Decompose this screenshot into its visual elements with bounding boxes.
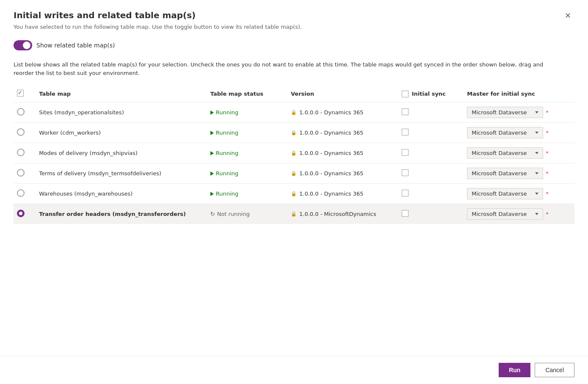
row-initial-sync-row4: [398, 163, 464, 184]
row-status-row2: Running: [207, 123, 287, 143]
initial-sync-checkbox-row1[interactable]: [402, 108, 409, 115]
row-master-row6: Microsoft Dataverse*: [464, 204, 574, 224]
running-icon: [210, 151, 214, 155]
row-master-row2: Microsoft Dataverse*: [464, 123, 574, 143]
row-master-row3: Microsoft Dataverse*: [464, 143, 574, 163]
initial-sync-header-checkbox[interactable]: [402, 91, 409, 97]
description-text: List below shows all the related table m…: [14, 61, 564, 77]
notrunning-icon: ↻: [210, 211, 215, 217]
row-version-row4: 🔒1.0.0.0 - Dynamics 365: [287, 163, 398, 184]
running-icon: [210, 111, 214, 115]
toggle-row: Show related table map(s): [14, 40, 574, 50]
running-icon: [210, 131, 214, 135]
row-status-row3: Running: [207, 143, 287, 163]
run-button[interactable]: Run: [499, 363, 530, 377]
row-radio-row1[interactable]: [17, 108, 25, 116]
chevron-down-icon: [535, 132, 538, 134]
master-dropdown-row5[interactable]: Microsoft Dataverse: [467, 188, 543, 199]
lock-icon: 🔒: [291, 150, 297, 156]
row-status-row1: Running: [207, 102, 287, 123]
master-dropdown-row6[interactable]: Microsoft Dataverse: [467, 208, 543, 220]
chevron-down-icon: [535, 172, 538, 174]
col-header-status: Table map status: [207, 86, 287, 102]
master-dropdown-row3[interactable]: Microsoft Dataverse: [467, 147, 543, 159]
initial-sync-checkbox-row6[interactable]: [402, 210, 409, 217]
table: ✓ Table map Table map status Version Ini…: [14, 86, 574, 224]
row-master-row4: Microsoft Dataverse*: [464, 163, 574, 184]
close-button[interactable]: ✕: [561, 10, 574, 21]
chevron-down-icon: [535, 193, 538, 195]
dialog-title: Initial writes and related table map(s): [14, 10, 196, 20]
table-row: Terms of delivery (msdyn_termsofdeliveri…: [14, 163, 574, 184]
required-asterisk: *: [546, 150, 549, 156]
row-radio-row6[interactable]: [17, 210, 25, 217]
initial-sync-checkbox-row3[interactable]: [402, 149, 409, 156]
row-status-row4: Running: [207, 163, 287, 184]
required-asterisk: *: [546, 109, 549, 116]
master-dropdown-row1[interactable]: Microsoft Dataverse: [467, 107, 543, 118]
row-version-row6: 🔒1.0.0.0 - MicrosoftDynamics: [287, 204, 398, 224]
row-radio-row2[interactable]: [17, 128, 25, 136]
dialog-header: Initial writes and related table map(s) …: [14, 10, 574, 21]
footer: Run Cancel: [0, 356, 588, 384]
chevron-down-icon: [535, 213, 538, 215]
row-initial-sync-row6: [398, 204, 464, 224]
row-status-row5: Running: [207, 184, 287, 204]
table-row: Transfer order headers (msdyn_transferor…: [14, 204, 574, 224]
col-header-initialsync: Initial sync: [398, 86, 464, 102]
row-name-row3: Modes of delivery (msdyn_shipvias): [36, 143, 207, 163]
row-name-row6: Transfer order headers (msdyn_transferor…: [36, 204, 207, 224]
row-radio-row4[interactable]: [17, 169, 25, 177]
table-row: Worker (cdm_workers) Running🔒1.0.0.0 - D…: [14, 123, 574, 143]
required-asterisk: *: [546, 191, 549, 197]
row-master-row5: Microsoft Dataverse*: [464, 184, 574, 204]
initial-sync-checkbox-row2[interactable]: [402, 129, 409, 135]
dialog: Initial writes and related table map(s) …: [0, 0, 588, 384]
lock-icon: 🔒: [291, 211, 297, 217]
initial-sync-checkbox-row4[interactable]: [402, 169, 409, 176]
lock-icon: 🔒: [291, 191, 297, 196]
required-asterisk: *: [546, 211, 549, 217]
initial-sync-checkbox-row5[interactable]: [402, 190, 409, 196]
row-name-row4: Terms of delivery (msdyn_termsofdeliveri…: [36, 163, 207, 184]
row-radio-row5[interactable]: [17, 189, 25, 197]
row-version-row5: 🔒1.0.0.0 - Dynamics 365: [287, 184, 398, 204]
running-icon: [210, 192, 214, 196]
row-status-row6: ↻ Not running: [207, 204, 287, 224]
row-version-row1: 🔒1.0.0.0 - Dynamics 365: [287, 102, 398, 123]
row-name-row1: Sites (msdyn_operationalsites): [36, 102, 207, 123]
chevron-down-icon: [535, 111, 538, 113]
running-icon: [210, 171, 214, 176]
cancel-button[interactable]: Cancel: [535, 363, 574, 377]
row-name-row2: Worker (cdm_workers): [36, 123, 207, 143]
row-name-row5: Warehouses (msdyn_warehouses): [36, 184, 207, 204]
row-initial-sync-row1: [398, 102, 464, 123]
master-dropdown-row4[interactable]: Microsoft Dataverse: [467, 168, 543, 179]
show-related-toggle[interactable]: [14, 40, 32, 50]
header-checkbox[interactable]: ✓: [17, 90, 24, 97]
table-row: Modes of delivery (msdyn_shipvias) Runni…: [14, 143, 574, 163]
chevron-down-icon: [535, 152, 538, 154]
row-radio-row3[interactable]: [17, 149, 25, 156]
row-initial-sync-row5: [398, 184, 464, 204]
col-header-version: Version: [287, 86, 398, 102]
dialog-subtitle: You have selected to run the following t…: [14, 24, 574, 30]
master-dropdown-row2[interactable]: Microsoft Dataverse: [467, 127, 543, 138]
lock-icon: 🔒: [291, 110, 297, 115]
col-header-tablemap: Table map: [36, 86, 207, 102]
table-row: Sites (msdyn_operationalsites) Running🔒1…: [14, 102, 574, 123]
required-asterisk: *: [546, 130, 549, 136]
row-initial-sync-row2: [398, 123, 464, 143]
required-asterisk: *: [546, 170, 549, 177]
col-header-select: ✓: [14, 86, 36, 102]
row-version-row2: 🔒1.0.0.0 - Dynamics 365: [287, 123, 398, 143]
table-row: Warehouses (msdyn_warehouses) Running🔒1.…: [14, 184, 574, 204]
row-initial-sync-row3: [398, 143, 464, 163]
lock-icon: 🔒: [291, 171, 297, 176]
col-header-master: Master for initial sync: [464, 86, 574, 102]
row-version-row3: 🔒1.0.0.0 - Dynamics 365: [287, 143, 398, 163]
lock-icon: 🔒: [291, 130, 297, 135]
row-master-row1: Microsoft Dataverse*: [464, 102, 574, 123]
toggle-label: Show related table map(s): [36, 42, 115, 49]
